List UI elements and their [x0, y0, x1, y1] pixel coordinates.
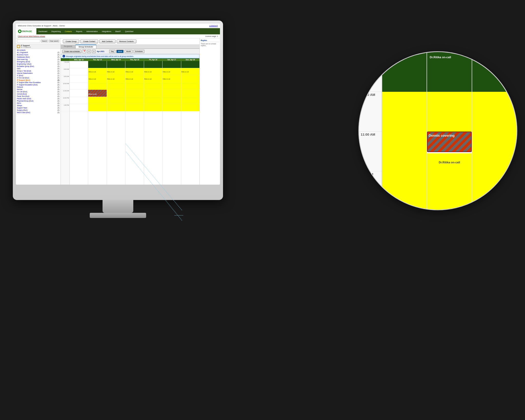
contact-group1[interactable]: Group 1 Test (Escl)(0)	[16, 70, 60, 72]
day-col-wed: Ritika on-call Ritika on-call	[107, 61, 125, 185]
contact-it-oncall[interactable]: IT On-Call (Escl)(0)	[16, 77, 60, 79]
day-header-sat: Sat, Apr 17	[163, 58, 181, 61]
zoom-slot-col3-1100	[472, 132, 517, 171]
zoom-days: Dr.Ritika on-call Dr.Ritika on-call Denn…	[382, 52, 517, 209]
nav-administration[interactable]: Administration	[84, 28, 100, 34]
zoom-slot-col1-900: Dr.Ritika on-call	[382, 52, 427, 92]
slot-fri-900: Ritika on-call	[144, 75, 162, 83]
day-header-tue: Tue, Apr 13	[88, 58, 107, 61]
contact-paula[interactable]: Paula Test (Escl)(0)	[16, 95, 60, 97]
slot-fri-800: Ritika on-call	[144, 68, 162, 75]
logo-text: ON	[22, 30, 25, 33]
contact-it-escl[interactable]: IT (Escl)(1)	[16, 74, 60, 77]
contact-emergency[interactable]: Emergency (Escl)(1)	[16, 61, 60, 63]
time-1000: 10:00 AM	[61, 83, 69, 90]
add-contacts-button[interactable]: Add Contacts	[99, 39, 116, 43]
slot-fri-1100	[144, 90, 162, 97]
contact-business-hours[interactable]: Business hours(5)	[16, 54, 60, 56]
contact-paulas-team[interactable]: Paula's team (Escl)(0)	[16, 97, 60, 100]
contact-all-contacts[interactable]: All contacts	[16, 49, 60, 51]
zoom-slot-col2-1000	[427, 92, 471, 132]
nav-reports[interactable]: Reports	[74, 28, 84, 34]
contact-support-team[interactable]: Support Team(3)	[16, 107, 60, 109]
create-group-button[interactable]: Create Group	[63, 39, 79, 43]
slot-wed-1300	[107, 104, 125, 111]
screen-content: Welcome Chris Gonzalez at Support - Abdu…	[16, 24, 220, 185]
contact-gas[interactable]: GAS(0)	[16, 67, 60, 70]
contact-engineering-i[interactable]: Engineering I (Escl)(0)	[16, 63, 60, 65]
slot-thu-1300	[125, 104, 144, 111]
view-month-button[interactable]: Month	[125, 50, 132, 53]
view-schedules-button[interactable]: Schedules	[134, 50, 144, 53]
contact-oncall2[interactable]: OnCall (Escl)(0)	[16, 93, 60, 95]
calendar-body: 7:00 AM 8:00 AM 9:00 AM 10:00 AM 11:00 A…	[61, 61, 199, 185]
calendar-grid: Mon, Apr 12 Tue, Apr 13 Wed, Apr 14 Thu,…	[61, 58, 199, 185]
time-800: 8:00 AM	[61, 68, 69, 75]
contact-sitreps[interactable]: Sitreps(0)	[16, 104, 60, 107]
contact-rich[interactable]: RICH(0)	[16, 102, 60, 104]
group-name: IT Support	[21, 45, 31, 46]
nav-contacts[interactable]: Contacts	[63, 28, 74, 34]
create-schedule-button[interactable]: Create new schedule	[62, 50, 82, 53]
tab-recipients[interactable]: Recipients	[61, 45, 76, 48]
view-day-button[interactable]: Day	[109, 50, 115, 53]
feature-link[interactable]: Check out our latest features release	[18, 35, 45, 37]
monitor-shell: Welcome Chris Gonzalez at Support - Abdu…	[13, 21, 223, 200]
contact-west-coast[interactable]: West Coast (Escl)(0)	[16, 111, 60, 114]
contact-oncall[interactable]: On Call (Escl)(0)	[16, 91, 60, 93]
slot-tue-1200	[88, 97, 106, 104]
view-week-button[interactable]: Week	[116, 50, 124, 53]
prev-button[interactable]: <	[87, 50, 91, 53]
clear-search-button[interactable]: Clear search	[49, 39, 59, 43]
nav-blastit[interactable]: BlastIT	[113, 28, 123, 34]
contact-databasae[interactable]: Databasae (Escl)(5)	[16, 56, 60, 58]
slot-sun-700	[181, 61, 199, 68]
nav-quickstart[interactable]: QuickStart	[123, 28, 136, 34]
slot-mon-1000	[70, 83, 88, 90]
monitor-stand	[103, 200, 133, 213]
create-contact-button[interactable]: Create Contact	[80, 39, 98, 43]
time-700: 7:00 AM	[61, 61, 69, 68]
contact-it-escalation[interactable]: IT Support Escalation (Escl)(0)	[16, 84, 60, 86]
tab-row: Recipients Group Scheduler	[61, 45, 199, 49]
slot-thu-800: Ritika on-call	[125, 68, 144, 75]
day-header-fri: Fri, Apr 16	[144, 58, 163, 61]
nav-integrations[interactable]: Integrations	[100, 28, 113, 34]
zoom-col-2: Dr.Ritika on-call Dennis covering Dr.Rit…	[427, 52, 472, 209]
contact-all-engineerfr[interactable]: ALL Engineerfr(2)	[16, 51, 60, 54]
search-button[interactable]: Search	[41, 39, 48, 43]
zoom-slot-col1-1000	[382, 92, 427, 132]
next-button[interactable]: >	[92, 50, 96, 53]
contact-it-support[interactable]: IT Support (Escl)(3)	[16, 79, 60, 81]
contact-internal[interactable]: Internal Stakeholders(0)	[16, 72, 60, 74]
time-1300: 1:00 PM	[61, 104, 69, 111]
slot-thu-1100	[125, 90, 144, 97]
slot-tue-1300	[88, 104, 106, 111]
slot-thu-1200	[125, 97, 144, 104]
contact-escalation-group[interactable]: Escalation group (Escl)(3)	[16, 65, 60, 67]
logout-link[interactable]: LOGOUT	[209, 25, 218, 27]
contact-physician[interactable]: PhysicianGroup (Escl)(0)	[16, 100, 60, 102]
contact-network[interactable]: Network(4)	[16, 86, 60, 88]
slot-tue-700	[88, 61, 106, 68]
calendar-icon[interactable]: 📅	[83, 49, 86, 53]
contact-it-after-hour[interactable]: IT Support After Hour Escalation(0)	[16, 81, 60, 84]
slot-tue-1100: Ritika on-call	[88, 90, 106, 97]
contact-east-coast[interactable]: East coast reg.(3)	[16, 58, 60, 61]
slot-mon-1100	[70, 90, 88, 97]
time-1100: 11:00 AM	[61, 90, 69, 97]
replies-message: There are no unread replies.	[201, 43, 219, 46]
slot-wed-700	[107, 61, 125, 68]
slot-tue-1000	[88, 83, 106, 90]
day-col-tue: Ritika on-call Ritika on-call Ritika on-…	[88, 61, 107, 185]
nav-dispatching[interactable]: Dispatching	[49, 28, 63, 34]
nav-items: Dashboard Dispatching Contacts Reports A…	[36, 28, 135, 34]
tab-group-scheduler[interactable]: Group Scheduler	[76, 45, 97, 48]
contact-surgery[interactable]: Surgery (Escl)(0)	[16, 109, 60, 111]
remove-contacts-button[interactable]: Remove Contacts	[117, 39, 137, 43]
nav-dashboard[interactable]: Dashboard	[36, 28, 49, 34]
zoom-slot-col2-1100: Dennis covering Dr.Ritika on-call	[427, 132, 471, 171]
search-input[interactable]	[17, 39, 40, 43]
contact-normal[interactable]: Normal(5)	[16, 88, 60, 91]
slot-sat-1300	[163, 104, 181, 111]
